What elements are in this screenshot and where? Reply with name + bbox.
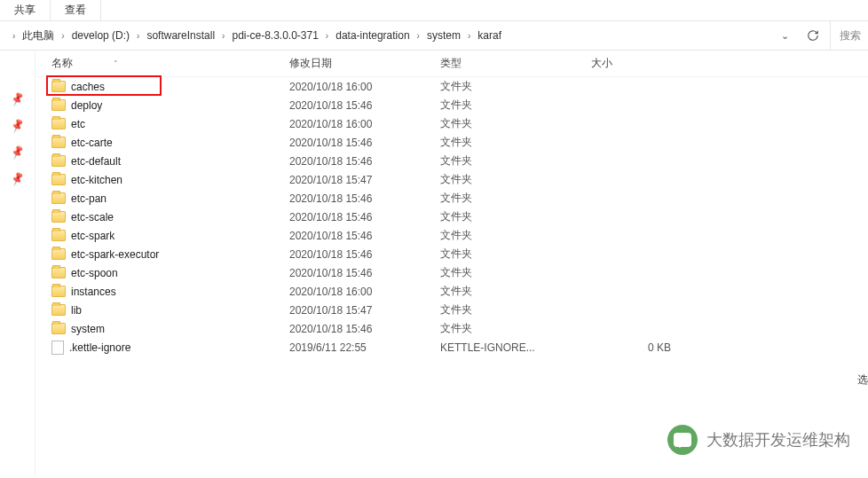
file-name: etc-kitchen [71,174,122,186]
file-rows: caches2020/10/18 16:00文件夹deploy2020/10/1… [36,77,868,357]
column-header-size[interactable]: 大小 [591,56,698,71]
folder-icon [51,304,66,316]
cell-type: 文件夹 [440,135,591,150]
folder-icon [51,137,66,148]
cell-type: 文件夹 [440,247,591,262]
breadcrumb-segment[interactable]: system [425,29,462,42]
cell-type: 文件夹 [440,265,591,280]
chevron-right-icon: › [320,31,334,41]
breadcrumb[interactable]: ›此电脑›develop (D:)›softwareInstall›pdi-ce… [0,28,775,43]
cell-name[interactable]: etc-scale [51,211,289,223]
file-name: etc-default [71,155,121,168]
cell-name[interactable]: etc-pan [51,192,289,205]
file-name: lib [71,304,82,317]
cell-name[interactable]: .kettle-ignore [51,341,289,355]
cell-type: 文件夹 [440,116,591,131]
cell-type: 文件夹 [440,209,591,224]
cell-name[interactable]: etc-default [51,155,289,168]
table-row[interactable]: deploy2020/10/18 15:46文件夹 [36,96,868,114]
cell-type: KETTLE-IGNORE... [440,341,591,354]
cell-date: 2020/10/18 15:46 [289,155,440,168]
file-name: etc-pan [71,192,107,205]
pin-icon[interactable]: 📌 [8,171,27,190]
column-header-type[interactable]: 类型 [440,56,591,71]
folder-icon [51,286,66,297]
file-name: caches [71,81,105,93]
cell-date: 2020/10/18 15:46 [289,267,440,279]
cell-type: 文件夹 [440,321,591,336]
table-row[interactable]: etc-spark-executor2020/10/18 15:46文件夹 [36,245,868,263]
folder-icon [51,81,66,92]
table-row[interactable]: caches2020/10/18 16:00文件夹 [36,77,868,96]
folder-icon [51,267,66,278]
table-row[interactable]: etc-spoon2020/10/18 15:46文件夹 [36,263,868,282]
breadcrumb-segment[interactable]: softwareInstall [145,29,217,42]
table-row[interactable]: etc2020/10/18 16:00文件夹 [36,114,868,133]
cell-name[interactable]: caches [51,81,289,93]
file-name: etc-scale [71,211,114,223]
cell-name[interactable]: lib [51,304,289,317]
cell-date: 2020/10/18 16:00 [289,118,440,130]
cell-type: 文件夹 [440,191,591,206]
cell-name[interactable]: instances [51,286,289,298]
column-header-name[interactable]: 名称 ˄ [51,56,289,71]
table-row[interactable]: etc-spark2020/10/18 15:46文件夹 [36,226,868,245]
pin-icon[interactable]: 📌 [8,91,27,110]
table-row[interactable]: system2020/10/18 15:46文件夹 [36,319,868,338]
watermark-text: 大数据开发运维架构 [706,429,850,451]
cell-name[interactable]: etc-spoon [51,267,289,279]
chevron-right-icon: › [412,31,425,41]
cell-name[interactable]: etc-spark-executor [51,248,289,261]
cell-date: 2020/10/18 15:46 [289,192,440,205]
cell-name[interactable]: system [51,323,289,335]
pin-icon[interactable]: 📌 [8,118,27,137]
cell-name[interactable]: deploy [51,99,289,112]
cell-type: 文件夹 [440,153,591,168]
cell-name[interactable]: etc-spark [51,230,289,242]
watermark: 大数据开发运维架构 [667,425,850,455]
pin-icon[interactable]: 📌 [8,145,27,163]
table-row[interactable]: instances2020/10/18 16:00文件夹 [36,282,868,301]
table-row[interactable]: lib2020/10/18 15:47文件夹 [36,301,868,319]
table-row[interactable]: etc-pan2020/10/18 15:46文件夹 [36,189,868,208]
breadcrumb-segment[interactable]: pdi-ce-8.3.0.0-371 [230,29,320,42]
wechat-icon [667,425,698,455]
tab-share[interactable]: 共享 [0,0,51,21]
folder-icon [51,118,66,129]
folder-icon [51,211,66,223]
breadcrumb-segment[interactable]: develop (D:) [70,29,131,42]
breadcrumb-segment[interactable]: data-integration [334,29,411,42]
column-header-date[interactable]: 修改日期 [289,56,440,71]
cell-name[interactable]: etc [51,118,289,130]
table-row[interactable]: etc-carte2020/10/18 15:46文件夹 [36,133,868,152]
table-row[interactable]: etc-scale2020/10/18 15:46文件夹 [36,208,868,226]
history-dropdown-icon[interactable]: ⌄ [775,26,794,45]
file-name: deploy [71,99,102,112]
cell-type: 文件夹 [440,228,591,243]
main-area: 📌 📌 📌 📌 名称 ˄ 修改日期 类型 大小 caches2020/10/18… [0,51,868,478]
cell-date: 2020/10/18 15:47 [289,174,440,186]
cell-date: 2020/10/18 15:47 [289,304,440,317]
folder-icon [51,248,66,260]
table-row[interactable]: etc-default2020/10/18 15:46文件夹 [36,152,868,170]
cell-date: 2019/6/11 22:55 [289,341,440,354]
breadcrumb-segment[interactable]: karaf [476,29,503,42]
folder-icon [51,99,66,111]
cell-date: 2020/10/18 15:46 [289,137,440,149]
cell-name[interactable]: etc-carte [51,137,289,149]
ribbon-tabs: 共享 查看 [0,0,868,21]
cell-date: 2020/10/18 15:46 [289,323,440,335]
tab-view[interactable]: 查看 [51,0,101,21]
file-name: etc-spark [71,230,114,242]
cell-type: 文件夹 [440,98,591,113]
cell-type: 文件夹 [440,284,591,299]
side-cutoff-label: 选 [857,372,868,388]
refresh-icon[interactable] [803,26,823,45]
breadcrumb-segment[interactable]: 此电脑 [20,28,56,43]
search-input[interactable]: 搜索 [830,21,868,51]
file-icon [51,341,64,355]
cell-name[interactable]: etc-kitchen [51,174,289,186]
table-row[interactable]: .kettle-ignore2019/6/11 22:55KETTLE-IGNO… [36,338,868,357]
cell-date: 2020/10/18 16:00 [289,286,440,298]
table-row[interactable]: etc-kitchen2020/10/18 15:47文件夹 [36,170,868,189]
